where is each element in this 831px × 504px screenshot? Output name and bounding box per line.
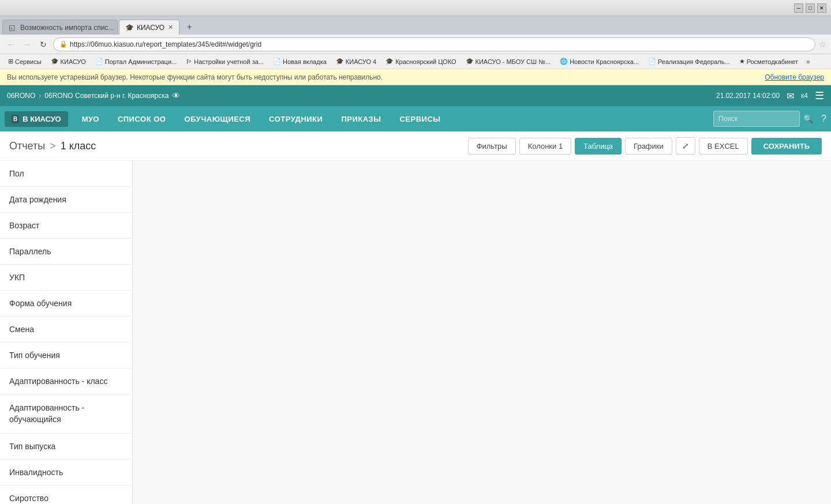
url-bar[interactable]: 🔒 https://06muo.kiasuo.ru/report_templat… bbox=[53, 37, 815, 51]
logo-text: В КИАСУО bbox=[23, 115, 61, 123]
nav-employees[interactable]: СОТРУДНИКИ bbox=[260, 106, 332, 131]
bookmark-newtab-icon: 📄 bbox=[273, 58, 281, 65]
bookmark-kiasuo4[interactable]: 🎓 КИАСУО 4 bbox=[332, 57, 380, 66]
bookmark-news-label: Новости Красноярска... bbox=[570, 58, 639, 65]
bookmark-rosmetod-icon: ★ bbox=[739, 58, 745, 65]
org-name: 06RONO Советский р-н г. Красноярска bbox=[44, 92, 169, 100]
nav-search: 🔍 ? bbox=[713, 111, 826, 127]
bookmark-news[interactable]: 🌐 Новости Красноярска... bbox=[556, 57, 642, 66]
bookmark-mboush-label: КИАСУО - МБОУ СШ №... bbox=[476, 58, 551, 65]
bookmark-portal[interactable]: 📄 Портал Администраци... bbox=[92, 57, 180, 66]
title-bar: ─ □ ✕ bbox=[0, 0, 831, 16]
app-header-right: 21.02.2017 14:02:00 ✉ к4 ☰ bbox=[716, 89, 824, 102]
maximize-button[interactable]: □ bbox=[806, 3, 815, 13]
bookmark-kiasuo4-icon: 🎓 bbox=[336, 58, 344, 65]
close-button[interactable]: ✕ bbox=[817, 3, 826, 13]
nav-muo[interactable]: МУО bbox=[73, 106, 108, 131]
page-content: 06RONO › 06RONO Советский р-н г. Красноя… bbox=[0, 85, 831, 504]
window-controls[interactable]: ─ □ ✕ bbox=[794, 3, 826, 13]
bookmark-federal[interactable]: 📄 Реализация Федераль... bbox=[645, 57, 733, 66]
bookmark-federal-icon: 📄 bbox=[648, 58, 656, 65]
breadcrumb-parent[interactable]: Отчеты bbox=[9, 140, 45, 152]
search-input[interactable] bbox=[713, 111, 800, 127]
app-logo[interactable]: В В КИАСУО bbox=[5, 111, 68, 127]
sidebar-item-pol[interactable]: Пол bbox=[0, 161, 132, 187]
content-area bbox=[133, 161, 831, 504]
bookmark-settings-label: Настройки учетной за... bbox=[194, 58, 264, 65]
sidebar-item-forma[interactable]: Форма обучения bbox=[0, 291, 132, 317]
bookmark-rosmetod[interactable]: ★ Росметодкабинет bbox=[736, 57, 802, 66]
sidebar-item-parallel[interactable]: Параллель bbox=[0, 239, 132, 265]
address-bar: ← → ↻ 🔒 https://06muo.kiasuo.ru/report_t… bbox=[0, 35, 831, 54]
forward-button[interactable]: → bbox=[21, 38, 33, 51]
bookmark-portal-label: Портал Администраци... bbox=[105, 58, 177, 65]
logo-beta-badge: В bbox=[12, 115, 19, 123]
bookmark-star[interactable]: ☆ bbox=[819, 40, 826, 49]
nav-services[interactable]: СЕРВИСЫ bbox=[390, 106, 450, 131]
bookmark-mboush[interactable]: 🎓 КИАСУО - МБОУ СШ №... bbox=[462, 57, 555, 66]
org-code: 06RONO bbox=[7, 92, 35, 100]
bookmark-services-icon: ⊞ bbox=[8, 58, 13, 65]
eye-icon[interactable]: 👁 bbox=[172, 91, 180, 100]
help-icon[interactable]: ? bbox=[821, 114, 826, 124]
bookmark-rosmetod-label: Росметодкабинет bbox=[747, 58, 798, 65]
sidebar-item-tipob[interactable]: Тип обучения bbox=[0, 343, 132, 368]
breadcrumb: Отчеты > 1 класс bbox=[9, 140, 96, 152]
nav-students[interactable]: ОБУЧАЮЩИЕСЯ bbox=[175, 106, 260, 131]
update-browser-link[interactable]: Обновите браузер bbox=[765, 73, 824, 81]
new-tab-button[interactable]: + bbox=[182, 20, 197, 35]
sidebar-item-adapt-class[interactable]: Адаптированность - класс bbox=[0, 368, 132, 394]
nav-list-oo[interactable]: СПИСОК ОО bbox=[108, 106, 175, 131]
hamburger-icon[interactable]: ☰ bbox=[815, 89, 824, 102]
tab-2[interactable]: 🎓 КИАСУО ✕ bbox=[119, 20, 179, 35]
bookmark-services[interactable]: ⊞ Сервисы bbox=[5, 57, 45, 66]
search-icon[interactable]: 🔍 bbox=[803, 114, 813, 123]
bookmark-mboush-icon: 🎓 bbox=[466, 58, 474, 65]
app-header-left: 06RONO › 06RONO Советский р-н г. Красноя… bbox=[7, 91, 180, 100]
app-header: 06RONO › 06RONO Советский р-н г. Красноя… bbox=[0, 85, 831, 106]
breadcrumb-row: Отчеты > 1 класс Фильтры Колонки 1 Табли… bbox=[0, 131, 831, 161]
fullscreen-button[interactable]: ⤢ bbox=[676, 137, 695, 155]
bookmark-settings[interactable]: 🏳 Настройки учетной за... bbox=[182, 57, 267, 66]
filters-button[interactable]: Фильтры bbox=[468, 138, 516, 155]
minimize-button[interactable]: ─ bbox=[794, 3, 803, 13]
breadcrumb-arrow: > bbox=[50, 140, 56, 152]
tab-1[interactable]: ◱ Возможность импорта спис... ✕ bbox=[2, 20, 118, 35]
bookmark-coko-label: Красноярский ЦОКО bbox=[395, 58, 456, 65]
sidebar-item-sirotstvo[interactable]: Сиротство bbox=[0, 486, 132, 504]
mail-icon[interactable]: ✉ bbox=[787, 91, 794, 101]
sidebar-item-dob[interactable]: Дата рождения bbox=[0, 187, 132, 213]
breadcrumb-current: 1 класс bbox=[61, 140, 96, 152]
save-button[interactable]: СОХРАНИТЬ bbox=[751, 138, 822, 155]
toolbar-right: Фильтры Колонки 1 Таблица Графики ⤢ В EX… bbox=[468, 137, 822, 155]
bookmark-newtab[interactable]: 📄 Новая вкладка bbox=[269, 57, 330, 66]
tab-2-label: КИАСУО bbox=[137, 24, 164, 32]
bookmark-news-icon: 🌐 bbox=[560, 58, 568, 65]
sidebar-item-tip-vypuska[interactable]: Тип выпуска bbox=[0, 434, 132, 460]
tab-1-close[interactable]: ✕ bbox=[117, 24, 118, 31]
bookmark-kiasuo[interactable]: 🎓 КИАСУО bbox=[47, 57, 89, 66]
browser-chrome: ─ □ ✕ ◱ Возможность импорта спис... ✕ 🎓 … bbox=[0, 0, 831, 504]
warning-bar: Вы используете устаревший браузер. Некот… bbox=[0, 69, 831, 85]
sidebar-item-invalid[interactable]: Инвалидность bbox=[0, 460, 132, 486]
secure-icon: 🔒 bbox=[59, 40, 68, 48]
excel-button[interactable]: В EXCEL bbox=[699, 138, 748, 155]
columns-button[interactable]: Колонки 1 bbox=[519, 138, 571, 155]
back-button[interactable]: ← bbox=[5, 38, 17, 51]
reload-button[interactable]: ↻ bbox=[37, 38, 50, 51]
bookmark-coko[interactable]: 🎓 Красноярский ЦОКО bbox=[382, 57, 459, 66]
table-button[interactable]: Таблица bbox=[575, 138, 622, 155]
nav-orders[interactable]: ПРИКАЗЫ bbox=[332, 106, 390, 131]
sidebar-item-age[interactable]: Возраст bbox=[0, 213, 132, 239]
tab-bar: ◱ Возможность импорта спис... ✕ 🎓 КИАСУО… bbox=[0, 16, 831, 35]
tab-2-close[interactable]: ✕ bbox=[168, 24, 173, 31]
tab-1-label: Возможность импорта спис... bbox=[20, 24, 114, 32]
bookmarks-more-button[interactable]: » bbox=[804, 57, 813, 67]
sidebar-item-ukp[interactable]: УКП bbox=[0, 265, 132, 291]
user-code: к4 bbox=[801, 92, 808, 100]
sidebar-item-adapt-student[interactable]: Адаптированность - обучающийся bbox=[0, 394, 132, 434]
tab-1-icon: ◱ bbox=[9, 24, 17, 32]
bookmark-services-label: Сервисы bbox=[15, 58, 42, 65]
sidebar-item-smena[interactable]: Смена bbox=[0, 317, 132, 343]
charts-button[interactable]: Графики bbox=[625, 138, 672, 155]
